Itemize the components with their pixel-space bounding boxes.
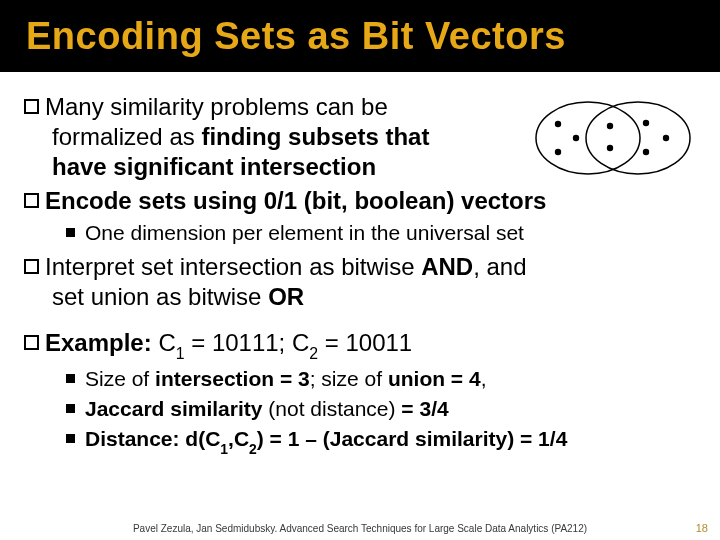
- bullet-icon: [24, 259, 39, 274]
- sub-bullet-icon: [66, 434, 75, 443]
- svg-point-4: [555, 149, 561, 155]
- ex-sub-3: Distance: d(C1,C2) = 1 – (Jaccard simila…: [66, 426, 696, 456]
- example-subs: Size of intersection = 3; size of union …: [24, 366, 696, 456]
- page-number: 18: [696, 522, 708, 534]
- sub-bullet-icon: [66, 228, 75, 237]
- bullet-3: Interpret set intersection as bitwise AN…: [24, 252, 696, 312]
- svg-point-7: [643, 120, 649, 126]
- svg-point-5: [607, 123, 613, 129]
- sub-bullet-icon: [66, 374, 75, 383]
- ex-sub-2: Jaccard similarity (not distance) = 3/4: [66, 396, 696, 422]
- svg-point-1: [586, 102, 690, 174]
- bullet-2: Encode sets using 0/1 (bit, boolean) vec…: [24, 186, 696, 216]
- venn-diagram: [528, 96, 698, 180]
- svg-point-2: [555, 121, 561, 127]
- bullet-2-sub: One dimension per element in the univers…: [24, 220, 696, 246]
- svg-point-6: [607, 145, 613, 151]
- bullet-example: Example: C1 = 10111; C2 = 10011: [24, 328, 696, 362]
- slide-title: Encoding Sets as Bit Vectors: [26, 15, 566, 58]
- title-bar: Encoding Sets as Bit Vectors: [0, 0, 720, 72]
- bullet-icon: [24, 193, 39, 208]
- text: Many similarity problems can be: [45, 93, 388, 120]
- footer-attribution: Pavel Zezula, Jan Sedmidubsky. Advanced …: [0, 523, 720, 534]
- svg-point-0: [536, 102, 640, 174]
- svg-point-9: [643, 149, 649, 155]
- svg-point-3: [573, 135, 579, 141]
- svg-point-8: [663, 135, 669, 141]
- ex-sub-1: Size of intersection = 3; size of union …: [66, 366, 696, 392]
- bullet-icon: [24, 335, 39, 350]
- bullet-icon: [24, 99, 39, 114]
- sub-bullet-icon: [66, 404, 75, 413]
